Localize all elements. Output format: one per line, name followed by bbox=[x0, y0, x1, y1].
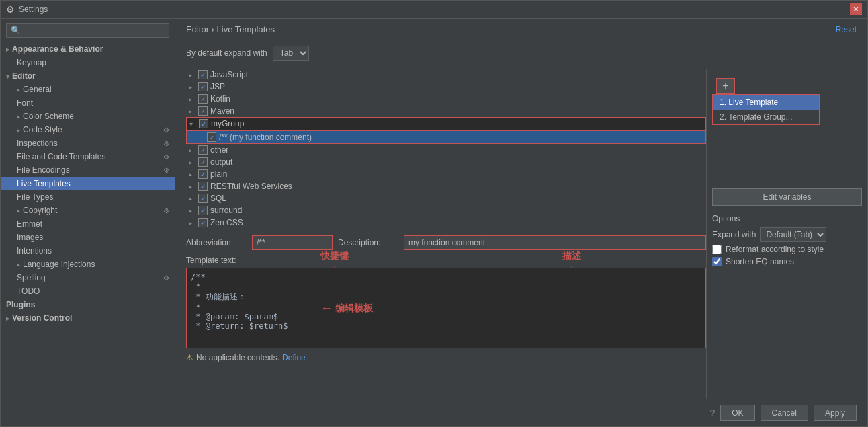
tree-container: ▸ ✓ JavaScript ▸ ✓ JSP ▸ ✓ bbox=[186, 69, 706, 399]
spelling-settings-icon: ⚙ bbox=[163, 274, 169, 282]
sidebar-item-general[interactable]: ▸ General bbox=[1, 83, 175, 96]
sidebar-item-editor[interactable]: ▾ Editor bbox=[1, 69, 175, 83]
plain-checkbox[interactable]: ✓ bbox=[198, 169, 208, 179]
shorten-eq-checkbox[interactable] bbox=[712, 257, 722, 266]
tree-item-func-comment[interactable]: ✓ /** (my function comment) bbox=[186, 130, 706, 144]
define-link[interactable]: Define bbox=[282, 353, 306, 362]
tree-item-plain[interactable]: ▸ ✓ plain bbox=[186, 168, 706, 180]
tree-item-jsp[interactable]: ▸ ✓ JSP bbox=[186, 81, 706, 93]
tree-item-other[interactable]: ▸ ✓ other bbox=[186, 144, 706, 156]
expand-label: By default expand with bbox=[186, 48, 267, 58]
color-scheme-arrow-icon: ▸ bbox=[17, 113, 20, 120]
sidebar-item-live-templates[interactable]: Live Templates bbox=[1, 177, 175, 190]
breadcrumb: Editor › Live Templates bbox=[186, 24, 275, 34]
template-text-label: Template text: bbox=[186, 256, 706, 265]
help-icon[interactable]: ? bbox=[709, 407, 715, 418]
add-button[interactable]: + bbox=[716, 78, 735, 94]
arrow-open-icon: ▾ bbox=[6, 73, 9, 80]
restful-checkbox[interactable]: ✓ bbox=[198, 182, 208, 191]
close-button[interactable]: ✕ bbox=[850, 3, 862, 15]
sidebar-item-color-scheme[interactable]: ▸ Color Scheme bbox=[1, 110, 175, 123]
sidebar-item-font[interactable]: Font bbox=[1, 96, 175, 110]
tree-item-restful[interactable]: ▸ ✓ RESTful Web Services bbox=[186, 180, 706, 192]
cancel-button[interactable]: Cancel bbox=[761, 405, 808, 421]
js-checkbox[interactable]: ✓ bbox=[198, 70, 208, 79]
settings-window: ⚙ Settings ✕ ▸ Appearance & Behavior Key… bbox=[0, 0, 868, 427]
expand-with-row: Expand with Default (Tab) bbox=[712, 227, 862, 242]
sidebar-item-code-style[interactable]: ▸ Code Style ⚙ bbox=[1, 123, 175, 137]
sidebar-item-copyright[interactable]: ▸ Copyright ⚙ bbox=[1, 204, 175, 217]
sql-checkbox[interactable]: ✓ bbox=[198, 194, 208, 203]
sidebar-item-inspections[interactable]: Inspections ⚙ bbox=[1, 137, 175, 150]
main-header: Editor › Live Templates Reset bbox=[175, 19, 867, 40]
jsp-checkbox[interactable]: ✓ bbox=[198, 82, 208, 91]
surround-checkbox[interactable]: ✓ bbox=[198, 206, 208, 215]
tree-item-output[interactable]: ▸ ✓ output bbox=[186, 156, 706, 168]
no-context-row: ⚠ No applicable contexts. Define bbox=[186, 353, 706, 362]
tree-item-kotlin[interactable]: ▸ ✓ Kotlin bbox=[186, 93, 706, 105]
tree-item-surround[interactable]: ▸ ✓ surround bbox=[186, 204, 706, 217]
dropdown-item-live-template[interactable]: 1. Live Template bbox=[713, 95, 819, 110]
sidebar-item-appearance[interactable]: ▸ Appearance & Behavior bbox=[1, 42, 175, 56]
settings-icon: ⚙ bbox=[6, 4, 15, 15]
kotlin-checkbox[interactable]: ✓ bbox=[198, 94, 208, 104]
reformat-checkbox[interactable] bbox=[712, 245, 722, 254]
zen-css-checkbox[interactable]: ✓ bbox=[198, 218, 208, 227]
main-panel: Editor › Live Templates Reset By default… bbox=[175, 19, 867, 426]
search-input[interactable] bbox=[6, 23, 169, 38]
apply-button[interactable]: Apply bbox=[814, 405, 857, 421]
expand-with-select[interactable]: Default (Tab) bbox=[760, 227, 826, 242]
tree-item-mygroup[interactable]: ▾ ✓ myGroup bbox=[186, 117, 706, 130]
dropdown-item-template-group[interactable]: 2. Template Group... bbox=[713, 110, 819, 124]
abbreviation-row: Abbreviation: Description: bbox=[186, 235, 706, 250]
bottom-form: Abbreviation: Description: Template text… bbox=[186, 231, 706, 366]
jsp-arrow-icon: ▸ bbox=[189, 83, 196, 91]
expand-select[interactable]: Tab bbox=[273, 46, 309, 61]
tree-item-maven[interactable]: ▸ ✓ Maven bbox=[186, 105, 706, 117]
sidebar-item-spelling[interactable]: Spelling ⚙ bbox=[1, 271, 175, 284]
mygroup-arrow-icon: ▾ bbox=[189, 120, 196, 128]
sidebar-item-file-code-templates[interactable]: File and Code Templates ⚙ bbox=[1, 150, 175, 163]
ok-button[interactable]: OK bbox=[720, 405, 754, 421]
description-input[interactable] bbox=[404, 235, 706, 250]
js-arrow-icon: ▸ bbox=[189, 71, 196, 79]
general-arrow-icon: ▸ bbox=[17, 86, 20, 93]
sidebar-item-keymap[interactable]: Keymap bbox=[1, 56, 175, 69]
sidebar-item-emmet[interactable]: Emmet bbox=[1, 217, 175, 231]
tree-item-sql[interactable]: ▸ ✓ SQL bbox=[186, 192, 706, 204]
sidebar-item-intentions[interactable]: Intentions bbox=[1, 244, 175, 258]
mygroup-checkbox[interactable]: ✓ bbox=[199, 119, 208, 128]
expand-row: By default expand with Tab bbox=[186, 46, 867, 61]
reset-link[interactable]: Reset bbox=[836, 25, 857, 34]
abbreviation-input[interactable] bbox=[252, 235, 333, 250]
restful-arrow-icon: ▸ bbox=[189, 183, 196, 190]
template-area-wrapper: /** * * 功能描述： * * @param: $param$ * @ret… bbox=[186, 268, 706, 350]
output-checkbox[interactable]: ✓ bbox=[198, 157, 208, 167]
no-context-text: No applicable contexts. bbox=[196, 353, 279, 362]
sidebar-item-file-encodings[interactable]: File Encodings ⚙ bbox=[1, 163, 175, 177]
zen-css-arrow-icon: ▸ bbox=[189, 219, 196, 227]
sidebar-item-todo[interactable]: TODO bbox=[1, 284, 175, 298]
template-textarea[interactable]: /** * * 功能描述： * * @param: $param$ * @ret… bbox=[186, 268, 706, 348]
sidebar-item-plugins[interactable]: Plugins bbox=[1, 298, 175, 311]
arrow-icon: ▸ bbox=[6, 46, 9, 53]
other-checkbox[interactable]: ✓ bbox=[198, 145, 208, 155]
sidebar-item-lang-injections[interactable]: ▸ Language Injections bbox=[1, 258, 175, 271]
func-comment-checkbox[interactable]: ✓ bbox=[207, 132, 216, 142]
tree-item-javascript[interactable]: ▸ ✓ JavaScript bbox=[186, 69, 706, 81]
copyright-arrow-icon: ▸ bbox=[17, 207, 20, 215]
sidebar-item-version-control[interactable]: ▸ Version Control bbox=[1, 311, 175, 325]
sidebar-item-images[interactable]: Images bbox=[1, 231, 175, 244]
reformat-row: Reformat according to style bbox=[712, 245, 862, 254]
sidebar-item-file-types[interactable]: File Types bbox=[1, 190, 175, 204]
tree-item-zen-css[interactable]: ▸ ✓ Zen CSS bbox=[186, 217, 706, 229]
copyright-settings-icon: ⚙ bbox=[163, 207, 169, 215]
edit-variables-button[interactable]: Edit variables bbox=[712, 188, 862, 206]
sidebar: ▸ Appearance & Behavior Keymap ▾ Editor … bbox=[1, 19, 175, 426]
description-label: Description: bbox=[338, 238, 398, 247]
maven-checkbox[interactable]: ✓ bbox=[198, 106, 208, 116]
file-encodings-settings-icon: ⚙ bbox=[163, 167, 169, 174]
search-box bbox=[1, 19, 175, 42]
maven-arrow-icon: ▸ bbox=[189, 108, 196, 115]
annotation-edit-template: ← 编辑模板 bbox=[320, 301, 373, 315]
